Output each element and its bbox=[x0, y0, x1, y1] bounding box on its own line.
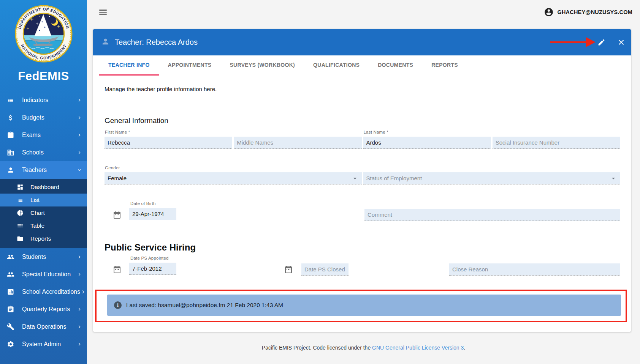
tab-appointments[interactable]: APPOINTMENTS bbox=[159, 55, 221, 76]
chevron-right-icon bbox=[76, 115, 82, 121]
last-name-cell: Last Name * bbox=[363, 130, 491, 149]
chevron-right-icon bbox=[76, 254, 82, 260]
page-title: Teacher: Rebecca Ardos bbox=[115, 38, 594, 47]
sidebar-item-label: Indicators bbox=[22, 97, 76, 104]
date-of-birth-cell: Date of Birth bbox=[129, 201, 176, 220]
dropdown-arrow-icon bbox=[351, 175, 359, 182]
tab-qualifications[interactable]: QUALIFICATIONS bbox=[304, 55, 369, 76]
calendar-icon[interactable] bbox=[112, 265, 122, 274]
date-ps-appointed-cell: Date PS Appointed bbox=[129, 256, 176, 275]
tab-surveys-workbook[interactable]: SURVEYS (WORKBOOK) bbox=[220, 55, 304, 76]
sidebar-item-system-admin[interactable]: System Admin bbox=[0, 336, 87, 353]
edit-button[interactable] bbox=[594, 36, 608, 49]
calendar-icon[interactable] bbox=[284, 265, 293, 274]
middle-names-field[interactable] bbox=[237, 139, 358, 146]
sidebar-subitem-label: Chart bbox=[30, 210, 45, 216]
topbar: GHACHEY@NUZUSYS.COM bbox=[87, 0, 640, 24]
hamburger-icon bbox=[98, 7, 108, 17]
person-icon bbox=[101, 37, 110, 47]
sidebar-subitem-table[interactable]: Table bbox=[0, 219, 87, 232]
social-insurance-cell bbox=[493, 137, 620, 149]
sidebar-subitem-dashboard[interactable]: Dashboard bbox=[0, 181, 87, 194]
sidebar-subitem-reports[interactable]: Reports bbox=[0, 232, 87, 245]
close-icon bbox=[617, 38, 626, 47]
close-reason-field[interactable] bbox=[452, 266, 617, 273]
social-insurance-number-field[interactable] bbox=[496, 139, 617, 146]
intro-text: Manage the teacher profile information h… bbox=[105, 86, 620, 92]
sidebar-item-label: Students bbox=[22, 254, 76, 260]
tab-documents[interactable]: DOCUMENTS bbox=[369, 55, 422, 76]
sidebar-item-exams[interactable]: Exams bbox=[0, 126, 87, 144]
chevron-down-icon bbox=[76, 167, 82, 173]
sidebar-subitem-label: Dashboard bbox=[30, 184, 59, 191]
list-icon bbox=[17, 197, 24, 203]
chevron-right-icon bbox=[76, 132, 82, 138]
sidebar-item-students[interactable]: Students bbox=[0, 248, 87, 266]
sidebar-item-quarterly-reports[interactable]: Quarterly Reports bbox=[0, 301, 87, 318]
gender-select[interactable]: Female bbox=[105, 172, 362, 184]
menu-toggle-button[interactable] bbox=[98, 7, 108, 17]
date-ps-appointed-field[interactable] bbox=[132, 265, 173, 272]
sidebar-item-label: Quarterly Reports bbox=[22, 306, 76, 313]
status-of-employment-cell: Status of Employment bbox=[363, 172, 621, 184]
chevron-right-icon bbox=[76, 341, 82, 347]
teachers-submenu: Dashboard List Chart Table Reports bbox=[0, 179, 87, 248]
sidebar-item-schools[interactable]: Schools bbox=[0, 144, 87, 161]
clipboard-check-icon bbox=[7, 131, 14, 139]
status-of-employment-select[interactable]: Status of Employment bbox=[363, 172, 621, 184]
sidebar-item-label: School Accreditations bbox=[22, 288, 80, 295]
sidebar-item-label: Data Operations bbox=[22, 323, 76, 330]
first-name-field[interactable] bbox=[108, 139, 229, 146]
sidebar-item-data-operations[interactable]: Data Operations bbox=[0, 318, 87, 336]
first-name-cell: First Name * bbox=[105, 130, 232, 149]
department-of-education-seal-logo: DEPARTMENT OF EDUCATION NATIONAL GOVERNM… bbox=[15, 5, 73, 63]
pie-chart-icon bbox=[17, 210, 24, 216]
info-icon: i bbox=[114, 301, 122, 309]
last-saved-bar: i Last saved: hsamuel@pohnpeidoe.fm 21 F… bbox=[107, 295, 621, 316]
chevron-right-icon bbox=[76, 97, 82, 103]
gpl-license-link[interactable]: GNU General Public License Version 3 bbox=[372, 345, 464, 351]
sidebar-item-label: Schools bbox=[22, 149, 76, 156]
public-service-hiring-heading: Public Service Hiring bbox=[105, 242, 620, 253]
tab-bar: TEACHER INFO APPOINTMENTS SURVEYS (WORKB… bbox=[93, 55, 631, 76]
tab-teacher-info[interactable]: TEACHER INFO bbox=[99, 55, 159, 76]
last-name-field[interactable] bbox=[366, 139, 488, 146]
date-ps-closed-field[interactable] bbox=[304, 266, 345, 273]
sidebar-item-indicators[interactable]: Indicators bbox=[0, 91, 87, 109]
user-account-menu[interactable]: GHACHEY@NUZUSYS.COM bbox=[544, 7, 632, 17]
date-of-birth-field[interactable] bbox=[132, 211, 173, 217]
dashboard-icon bbox=[17, 184, 24, 191]
panel-header: Teacher: Rebecca Ardos bbox=[93, 29, 631, 55]
status-of-employment-placeholder: Status of Employment bbox=[366, 175, 610, 181]
sidebar-subitem-chart[interactable]: Chart bbox=[0, 206, 87, 219]
tab-reports[interactable]: REPORTS bbox=[422, 55, 467, 76]
building-icon bbox=[7, 149, 14, 156]
app-brand-title: FedEMIS bbox=[0, 69, 87, 83]
calendar-icon[interactable] bbox=[112, 210, 122, 219]
sidebar-item-budgets[interactable]: Budgets bbox=[0, 109, 87, 126]
sidebar-subitem-label: Table bbox=[30, 222, 44, 229]
sidebar-item-school-accreditations[interactable]: School Accreditations bbox=[0, 283, 87, 301]
teacher-panel: Teacher: Rebecca Ardos TEACHER INFO APPO… bbox=[93, 29, 631, 332]
app-root: DEPARTMENT OF EDUCATION NATIONAL GOVERNM… bbox=[0, 0, 640, 364]
bar-chart-icon bbox=[7, 288, 14, 296]
people-icon bbox=[7, 271, 14, 278]
date-ps-closed-cell bbox=[301, 263, 349, 276]
gender-status-row: Gender Female Status of Employment bbox=[105, 165, 620, 184]
chevron-right-icon bbox=[80, 289, 86, 295]
sidebar-item-label: Budgets bbox=[22, 114, 76, 121]
sidebar-item-special-education[interactable]: Special Education bbox=[0, 266, 87, 283]
sidebar-item-label: Exams bbox=[22, 132, 76, 139]
sidebar-item-teachers[interactable]: Teachers bbox=[0, 161, 87, 179]
user-email: GHACHEY@NUZUSYS.COM bbox=[557, 9, 632, 15]
clipboard-icon bbox=[7, 306, 14, 313]
sidebar-subitem-list[interactable]: List bbox=[0, 194, 87, 206]
comment-field[interactable] bbox=[368, 211, 617, 218]
public-service-row: Date PS Appointed bbox=[105, 256, 620, 276]
footer-text: Pacific EMIS Project. Code licensed unde… bbox=[262, 345, 372, 351]
name-fields-row: First Name * Last Name * bbox=[105, 130, 620, 149]
chevron-right-icon bbox=[76, 271, 82, 277]
folder-icon bbox=[17, 235, 24, 242]
close-button[interactable] bbox=[614, 36, 628, 49]
close-reason-cell bbox=[449, 263, 620, 276]
